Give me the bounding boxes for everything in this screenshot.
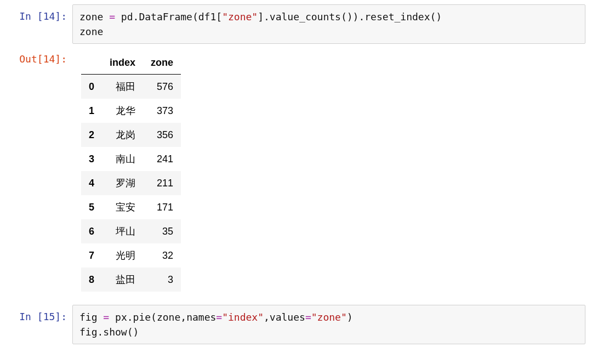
cell-index: 盐田 — [102, 268, 143, 292]
column-header-index: index — [102, 52, 143, 75]
code-token: reset_index — [365, 11, 430, 22]
row-index: 6 — [81, 219, 102, 243]
code-token: "zone" — [311, 311, 347, 323]
code-token: ] — [258, 11, 264, 22]
row-index: 7 — [81, 243, 102, 268]
cell-index: 坪山 — [102, 219, 143, 243]
code-token: () — [127, 326, 139, 338]
prompt-prefix: In [ — [19, 311, 43, 322]
cell-zone: 356 — [143, 123, 181, 147]
code-token: () — [341, 11, 353, 22]
jupyter-notebook: In [14]: zone = pd.DataFrame(df1["zone"]… — [0, 0, 592, 352]
cell-zone: 32 — [143, 243, 181, 268]
output-area: index zone 0福田5761龙华3732龙岗3563南山2414罗湖21… — [72, 47, 585, 292]
code-token: . — [358, 11, 365, 22]
table-row: 5宝安171 — [81, 195, 181, 219]
code-token: fig — [79, 326, 98, 338]
code-input[interactable]: fig = px.pie(zone,names="index",values="… — [72, 305, 585, 344]
cell-in-15: In [15]: fig = px.pie(zone,names="index"… — [7, 305, 585, 344]
input-prompt: In [14]: — [7, 4, 72, 22]
row-index: 1 — [81, 99, 102, 123]
code-token: = — [103, 311, 109, 323]
output-prompt: Out[14]: — [7, 47, 72, 65]
cell-index: 龙岗 — [102, 123, 143, 147]
cell-index: 罗湖 — [102, 171, 143, 195]
code-token: "index" — [222, 311, 264, 323]
code-token: ) — [347, 311, 353, 323]
code-token: pd — [115, 11, 133, 22]
table-row: 7光明32 — [81, 243, 181, 268]
code-token: names — [186, 311, 216, 323]
cell-zone: 35 — [143, 219, 181, 243]
code-input[interactable]: zone = pd.DataFrame(df1["zone"].value_co… — [72, 4, 585, 44]
code-token: = — [305, 311, 311, 323]
prompt-number: 14 — [43, 53, 55, 65]
code-token: fig — [79, 311, 103, 323]
table-row: 4罗湖211 — [81, 171, 181, 195]
code-token: df1 — [198, 11, 217, 22]
code-token: . — [133, 11, 139, 22]
cell-in-14: In [14]: zone = pd.DataFrame(df1["zone"]… — [7, 4, 585, 44]
table-row: 8盐田3 — [81, 268, 181, 292]
cell-zone: 171 — [143, 195, 181, 219]
code-token: pie — [133, 311, 151, 323]
row-index: 3 — [81, 147, 102, 171]
code-token: zone — [157, 311, 180, 323]
code-token: DataFrame — [139, 11, 192, 22]
table-row: 6坪山35 — [81, 219, 181, 243]
prompt-suffix: ]: — [55, 311, 67, 322]
prompt-number: 15 — [43, 311, 55, 322]
code-token: zone — [79, 11, 109, 22]
row-index: 8 — [81, 268, 102, 292]
code-token: , — [180, 311, 186, 323]
code-token: [ — [216, 11, 222, 22]
code-token: . — [127, 311, 133, 323]
code-token: = — [216, 311, 222, 323]
row-index: 0 — [81, 75, 102, 99]
code-token: () — [430, 11, 442, 22]
prompt-suffix: ]: — [55, 53, 67, 65]
code-token: . — [98, 326, 104, 338]
code-token: value_counts — [270, 11, 341, 22]
prompt-suffix: ]: — [55, 10, 67, 22]
cell-zone: 373 — [143, 99, 181, 123]
cell-zone: 211 — [143, 171, 181, 195]
cell-out-14: Out[14]: index zone 0福田5761龙华3732龙岗3563南… — [7, 47, 585, 292]
code-token: px — [109, 311, 127, 323]
cell-index: 福田 — [102, 75, 143, 99]
cell-index: 宝安 — [102, 195, 143, 219]
code-token: "zone" — [222, 11, 258, 22]
table-corner — [81, 52, 102, 75]
code-token: zone — [79, 26, 103, 37]
cell-index: 龙华 — [102, 99, 143, 123]
table-row: 3南山241 — [81, 147, 181, 171]
column-header-zone: zone — [143, 52, 181, 75]
row-index: 5 — [81, 195, 102, 219]
table-row: 1龙华373 — [81, 99, 181, 123]
row-index: 4 — [81, 171, 102, 195]
code-token: show — [103, 326, 127, 338]
cell-zone: 576 — [143, 75, 181, 99]
cell-index: 南山 — [102, 147, 143, 171]
prompt-number: 14 — [43, 10, 55, 22]
input-prompt: In [15]: — [7, 305, 72, 323]
table-row: 2龙岗356 — [81, 123, 181, 147]
spacer — [7, 295, 585, 305]
code-token: , — [264, 311, 270, 323]
code-token: = — [109, 11, 115, 22]
table-row: 0福田576 — [81, 75, 181, 99]
cell-zone: 241 — [143, 147, 181, 171]
prompt-prefix: Out[ — [19, 53, 43, 65]
code-token: values — [270, 311, 305, 323]
table-header-row: index zone — [81, 52, 181, 75]
cell-index: 光明 — [102, 243, 143, 268]
code-token: ( — [192, 11, 198, 22]
row-index: 2 — [81, 123, 102, 147]
code-token: ) — [353, 11, 359, 22]
cell-zone: 3 — [143, 268, 181, 292]
dataframe-table: index zone 0福田5761龙华3732龙岗3563南山2414罗湖21… — [81, 52, 181, 292]
code-token: ( — [151, 311, 157, 323]
code-token: . — [264, 11, 270, 22]
prompt-prefix: In [ — [19, 10, 43, 22]
